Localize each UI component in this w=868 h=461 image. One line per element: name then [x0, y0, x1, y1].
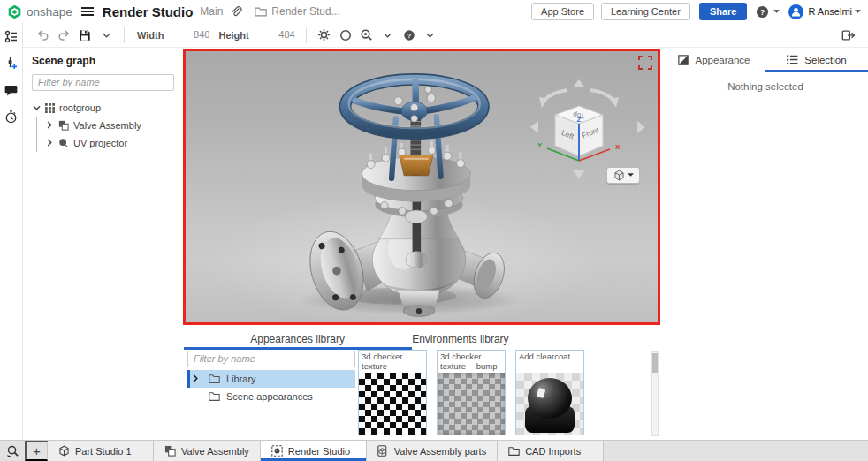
checker-bump-thumbnail [438, 373, 505, 435]
lens-button[interactable] [335, 26, 356, 45]
chevron-down-icon [628, 173, 634, 178]
help-menu[interactable]: ? [756, 5, 780, 19]
appearance-card-3d-checker[interactable]: 3d checker texture [358, 350, 427, 435]
document-tabs: Part Studio 1 Valve Assembly Render Stud… [48, 441, 604, 461]
appearance-icon [678, 55, 689, 65]
render-studio-icon [271, 445, 283, 457]
render-viewport[interactable]: Top Left Front Z X Y [183, 49, 660, 325]
view-options-button[interactable] [606, 167, 640, 184]
axis-label-x: X [615, 143, 621, 151]
scene-graph-panel: Scene graph rootgroup [23, 48, 183, 440]
assembly-icon [164, 445, 176, 457]
part-studio-icon [58, 445, 70, 457]
tab-appearance[interactable]: Appearance [663, 48, 765, 72]
active-tab-underline [765, 70, 868, 72]
brand-text: onshape [27, 5, 72, 19]
tab-label: Selection [804, 55, 846, 65]
tab-label: Part Studio 1 [75, 446, 132, 457]
folder-library[interactable]: Library [187, 370, 355, 388]
cube-icon [613, 170, 625, 181]
arrow-right [637, 121, 645, 133]
chevron-down-icon[interactable] [32, 105, 41, 110]
assembly-icon [58, 120, 69, 131]
scene-graph-panel-icon[interactable] [3, 28, 20, 46]
render-studio-app: onshape Render Studio Main Render Stud..… [0, 0, 868, 461]
height-input[interactable] [253, 27, 299, 42]
parts-icon [377, 445, 389, 457]
app-store-button[interactable]: App Store [531, 3, 594, 20]
history-icon[interactable] [3, 108, 20, 125]
tab-label: Valve Assembly parts [394, 446, 486, 457]
card-title: Add clearcoat [516, 351, 583, 373]
tree-node-label: Valve Assembly [73, 120, 141, 131]
search-tabs-icon[interactable] [0, 441, 25, 461]
tab-valve-assembly[interactable]: Valve Assembly [154, 441, 261, 461]
tree-node-rootgroup[interactable]: rootgroup [32, 100, 174, 117]
tab-render-studio[interactable]: Render Studio [261, 441, 367, 461]
document-tab[interactable]: Render Stud... [255, 5, 339, 18]
onshape-logo-icon[interactable] [7, 4, 22, 19]
folder-label: Library [226, 374, 256, 384]
scene-graph-title: Scene graph [32, 55, 174, 67]
rotate-right-arrow [610, 97, 619, 108]
learning-center-button[interactable]: Learning Center [601, 3, 690, 20]
library-scrollbar[interactable] [651, 351, 659, 436]
parameters-add-icon[interactable] [3, 55, 20, 72]
width-input[interactable] [167, 27, 213, 42]
document-tab-bar: + Part Studio 1 Valve Assembly Render St… [0, 440, 868, 461]
left-rail [0, 23, 23, 440]
tree-node-uv-projector[interactable]: UV projector [45, 134, 174, 152]
help-options-chevron[interactable] [420, 26, 441, 45]
chevron-right-icon[interactable] [45, 139, 54, 147]
height-label: Height [218, 30, 248, 41]
tree-node-label: UV projector [73, 138, 127, 148]
chevron-right-icon[interactable] [191, 374, 200, 382]
avatar[interactable] [788, 4, 803, 19]
chevron-right-icon[interactable] [45, 121, 54, 129]
document-tab-label: Render Stud... [271, 5, 339, 18]
menu-icon[interactable] [81, 6, 94, 17]
share-button[interactable]: Share [699, 3, 748, 20]
add-tab-button[interactable]: + [25, 441, 48, 461]
save-button[interactable] [74, 26, 95, 45]
tab-selection[interactable]: Selection [765, 48, 868, 72]
tab-part-studio-1[interactable]: Part Studio 1 [48, 441, 154, 461]
empty-selection-message: Nothing selected [663, 81, 868, 92]
tab-cad-imports[interactable]: CAD Imports [498, 441, 604, 461]
user-name[interactable]: R Anselmi [808, 6, 852, 17]
view-cube[interactable]: Top Left Front Z X Y [529, 72, 647, 180]
arrow-up [573, 79, 585, 87]
export-button[interactable] [838, 26, 859, 45]
tab-label: CAD Imports [525, 446, 581, 457]
library-folder-pane: Library Scene appearances [187, 350, 355, 438]
undo-button[interactable] [32, 26, 53, 45]
render-options-chevron[interactable] [377, 26, 399, 45]
svg-text:?: ? [407, 31, 411, 39]
appearance-card-3d-checker-bump[interactable]: 3d checker texture -- bump [437, 350, 506, 435]
folder-scene-appearances[interactable]: Scene appearances [187, 388, 355, 405]
save-options-chevron[interactable] [95, 26, 117, 45]
library-filter-input[interactable] [187, 351, 355, 367]
render-settings-gear-button[interactable] [314, 26, 335, 45]
axis-label-y: Y [537, 141, 543, 149]
arrow-left [530, 121, 538, 133]
toolbar-help-button[interactable]: ? [399, 26, 420, 45]
comment-icon[interactable] [3, 81, 20, 99]
inspector-panel: Appearance Selection Nothing selected [663, 48, 868, 440]
tree-node-label: rootgroup [59, 102, 101, 113]
chevron-down-icon[interactable] [855, 10, 861, 14]
fullscreen-icon[interactable] [638, 56, 652, 70]
document-title: Render Studio [103, 4, 194, 19]
tab-environments-library[interactable]: Environments library [412, 328, 641, 350]
appearance-card-add-clearcoat[interactable]: Add clearcoat [515, 350, 584, 435]
tree-node-valve-assembly[interactable]: Valve Assembly [45, 117, 174, 134]
tab-valve-assembly-parts[interactable]: Valve Assembly parts [367, 441, 498, 461]
scene-filter-input[interactable] [32, 74, 174, 91]
axis-label-z: Z [577, 116, 582, 124]
valve-3d-model[interactable] [288, 69, 550, 321]
versions-link-icon[interactable] [230, 5, 242, 18]
render-quality-button[interactable] [356, 26, 377, 45]
redo-button[interactable] [53, 26, 74, 45]
scrollbar-thumb[interactable] [652, 353, 658, 373]
library-panel: Appearances library Environments library… [183, 328, 660, 440]
